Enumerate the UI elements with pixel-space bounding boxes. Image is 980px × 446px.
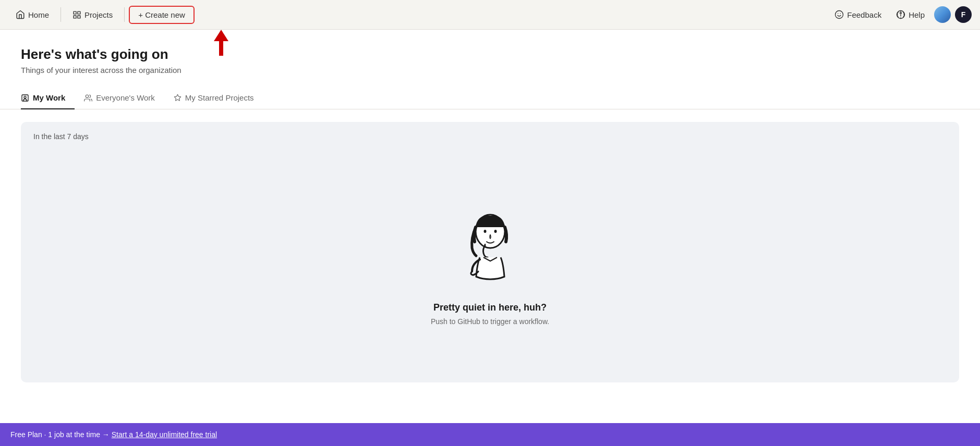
nav-home[interactable]: Home xyxy=(8,6,56,23)
help-icon xyxy=(896,10,905,19)
create-new-label: + Create new xyxy=(138,10,185,19)
everyones-work-icon xyxy=(84,94,92,102)
svg-point-11 xyxy=(24,96,26,98)
nav-projects-label: Projects xyxy=(84,10,113,19)
content-area: In the last 7 days xyxy=(0,109,980,395)
avatar-user[interactable]: F xyxy=(955,6,972,23)
svg-marker-13 xyxy=(174,94,181,101)
nav-left: Home Projects + Create new xyxy=(8,6,829,24)
svg-point-8 xyxy=(900,13,902,14)
tab-my-work[interactable]: My Work xyxy=(21,87,75,109)
svg-point-12 xyxy=(86,95,89,97)
page-header: Here's what's going on Things of your in… xyxy=(0,30,980,75)
feedback-icon xyxy=(834,10,844,19)
banner-text: Free Plan · 1 job at the time → Start a … xyxy=(10,430,217,439)
arrow-annotation xyxy=(214,30,228,56)
help-label: Help xyxy=(909,10,925,19)
empty-state: Pretty quiet in here, huh? Push to GitHu… xyxy=(33,149,947,326)
tab-my-work-label: My Work xyxy=(33,93,65,102)
tab-everyones-work-label: Everyone's Work xyxy=(96,93,155,102)
empty-state-subtitle: Push to GitHub to trigger a workflow. xyxy=(431,317,549,326)
tabs-bar: My Work Everyone's Work My Starred Pr xyxy=(0,87,980,109)
svg-point-15 xyxy=(483,230,486,233)
create-new-button[interactable]: + Create new xyxy=(129,6,195,24)
nav-home-label: Home xyxy=(28,10,49,19)
svg-rect-0 xyxy=(74,11,76,14)
feedback-label: Feedback xyxy=(847,10,881,19)
arrow-shaft xyxy=(219,41,223,56)
feedback-button[interactable]: Feedback xyxy=(829,7,887,22)
banner-link[interactable]: Start a 14-day unlimited free trial xyxy=(112,430,217,439)
projects-icon xyxy=(72,10,81,19)
svg-point-16 xyxy=(494,230,497,233)
activity-time-label: In the last 7 days xyxy=(33,132,947,141)
activity-box: In the last 7 days xyxy=(21,122,959,382)
help-button[interactable]: Help xyxy=(891,7,930,22)
nav-divider xyxy=(61,7,61,22)
arrow-head xyxy=(214,30,228,41)
tab-my-starred-projects-label: My Starred Projects xyxy=(185,93,254,102)
tab-my-starred-projects[interactable]: My Starred Projects xyxy=(174,87,263,109)
my-work-icon xyxy=(21,94,29,102)
avatar-photo[interactable] xyxy=(934,6,951,23)
main-content: Here's what's going on Things of your in… xyxy=(0,30,980,446)
tab-everyones-work[interactable]: Everyone's Work xyxy=(84,87,164,109)
nav-projects[interactable]: Projects xyxy=(65,6,120,23)
svg-rect-3 xyxy=(74,15,76,18)
navbar: Home Projects + Create new xyxy=(0,0,980,30)
starred-projects-icon xyxy=(174,94,182,102)
page-subtitle: Things of your interest across the organ… xyxy=(21,66,959,75)
svg-point-4 xyxy=(836,11,843,19)
home-icon xyxy=(16,10,25,19)
nav-right: Feedback Help F xyxy=(829,6,972,23)
page-title: Here's what's going on xyxy=(21,46,959,63)
svg-rect-2 xyxy=(78,15,80,18)
bottom-banner: Free Plan · 1 job at the time → Start a … xyxy=(0,423,980,446)
nav-divider-2 xyxy=(124,7,125,22)
empty-illustration xyxy=(456,212,524,290)
empty-state-title: Pretty quiet in here, huh? xyxy=(433,302,547,313)
svg-rect-1 xyxy=(78,11,80,14)
